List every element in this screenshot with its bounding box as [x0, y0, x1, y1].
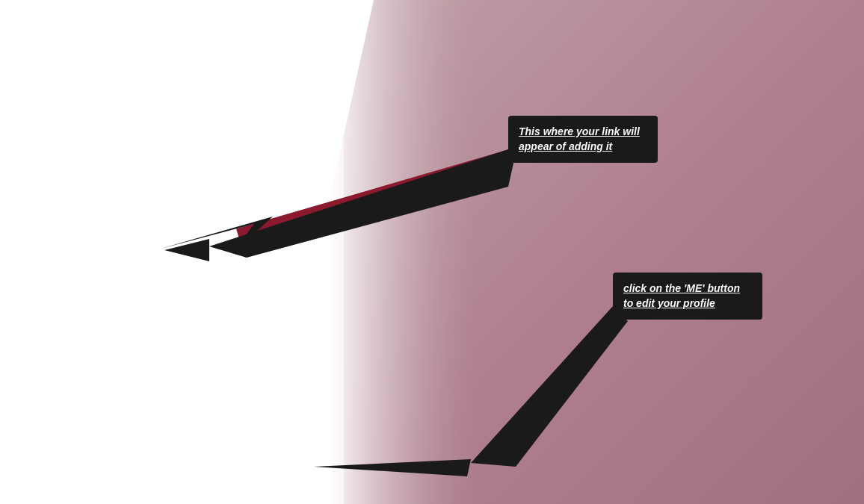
svg-rect-29 [51, 242, 55, 246]
bottom-nav: Home Discover + Inbox Me [0, 459, 344, 504]
avatar [136, 15, 208, 87]
stat-likes[interactable]: 82 Likes [223, 116, 244, 143]
link-icon: 🔗 [117, 196, 129, 208]
nav-plus[interactable]: + [138, 470, 206, 495]
svg-rect-30 [58, 242, 63, 246]
svg-rect-4 [172, 56, 182, 87]
phone-panel: @sofftechhub 60 Following 17 Followers 8… [0, 0, 344, 504]
svg-rect-27 [51, 234, 55, 239]
stat-following[interactable]: 60 Following [99, 116, 137, 143]
nav-inbox-label: Inbox [232, 487, 250, 495]
tooltip-link: This where your link will appear of addi… [508, 116, 658, 163]
svg-rect-5 [182, 56, 193, 87]
instagram-button[interactable] [194, 155, 223, 181]
nav-me-label: Me [304, 487, 315, 495]
tabs-row [0, 223, 343, 258]
svg-point-25 [206, 165, 212, 171]
tab-lock[interactable] [229, 223, 343, 258]
nav-inbox[interactable]: Inbox [206, 469, 275, 495]
svg-point-16 [179, 40, 180, 42]
tooltip-me-text: click on the 'ME' button to edit your pr… [623, 282, 740, 309]
svg-rect-28 [58, 234, 63, 239]
svg-rect-22 [155, 28, 188, 40]
nav-me[interactable]: Me [275, 469, 344, 495]
link-area: 🔗 www.softtechhub.us [102, 196, 242, 208]
plus-icon: + [167, 474, 177, 491]
profile-username: @sofftechhub [137, 93, 207, 105]
website-link[interactable]: www.softtechhub.us [134, 196, 227, 208]
nav-discover[interactable]: Discover [69, 469, 138, 495]
svg-rect-24 [203, 163, 215, 174]
tab-grid[interactable] [0, 223, 114, 258]
profile-area: @sofftechhub 60 Following 17 Followers 8… [0, 0, 343, 223]
actions-row: Edit profile [0, 155, 343, 181]
tooltip-me: click on the 'ME' button to edit your pr… [613, 273, 762, 320]
tab-video[interactable] [114, 223, 229, 258]
edit-profile-button[interactable]: Edit profile [84, 155, 188, 181]
likes-count: 82 [226, 116, 241, 132]
plus-button[interactable]: + [157, 470, 188, 495]
nav-home[interactable]: Home [0, 469, 69, 495]
nav-discover-label: Discover [89, 487, 118, 495]
bookmark-button[interactable] [229, 155, 259, 181]
stats-row: 60 Following 17 Followers 82 Likes [99, 116, 244, 143]
tooltip-link-text: This where your link will appear of addi… [519, 125, 640, 152]
followers-count: 17 [173, 116, 188, 132]
svg-point-26 [211, 164, 212, 166]
svg-point-15 [167, 40, 168, 42]
stat-followers[interactable]: 17 Followers [161, 116, 199, 143]
svg-rect-31 [280, 240, 292, 247]
following-label: Following [99, 132, 137, 143]
tutorial-panel [344, 0, 864, 504]
followers-label: Followers [161, 132, 199, 143]
svg-rect-3 [161, 56, 172, 87]
following-count: 60 [111, 116, 126, 132]
svg-line-33 [106, 480, 109, 483]
likes-label: Likes [223, 132, 244, 143]
nav-home-label: Home [25, 487, 45, 495]
svg-point-32 [97, 471, 108, 482]
svg-rect-2 [151, 56, 161, 87]
svg-point-34 [306, 471, 312, 476]
